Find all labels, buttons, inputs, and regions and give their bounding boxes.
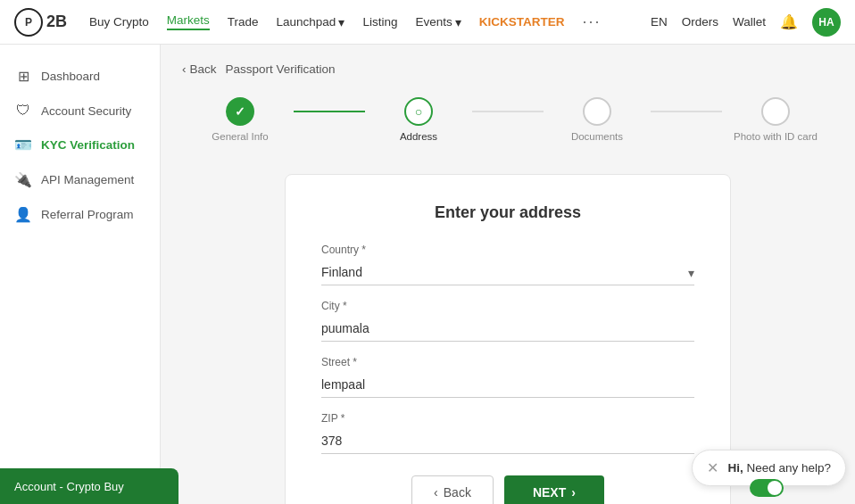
bell-icon[interactable]: 🔔 [780, 13, 798, 30]
step-circle-4 [761, 97, 790, 126]
nav-markets[interactable]: Markets [167, 13, 210, 30]
chevron-down-icon: ▾ [338, 15, 344, 29]
toggle-knob [768, 481, 782, 495]
nav-launchpad[interactable]: Launchpad ▾ [277, 15, 345, 29]
country-select[interactable]: Finland [321, 260, 694, 285]
zip-group: ZIP * [321, 412, 694, 454]
step-connector-1 [294, 111, 365, 112]
nav-wallet[interactable]: Wallet [733, 15, 766, 29]
sidebar-item-account-security[interactable]: 🛡 Account Security [0, 94, 160, 128]
step-label-2: Address [400, 131, 437, 142]
step-circle-2: ○ [404, 97, 433, 126]
step-circle-3 [583, 97, 611, 126]
step-documents: Documents [544, 97, 651, 142]
back-bar: ‹ Back Passport Verification [182, 62, 834, 76]
zip-input[interactable] [321, 428, 694, 454]
breadcrumb: Passport Verification [226, 62, 336, 76]
nav-orders[interactable]: Orders [682, 15, 718, 29]
city-label: City * [321, 300, 694, 312]
nav-right: EN Orders Wallet 🔔 HA [651, 8, 841, 37]
sidebar-item-dashboard[interactable]: ⊞ Dashboard [0, 59, 160, 94]
step-label-3: Documents [571, 131, 623, 142]
step-general-info: ✓ General Info [187, 97, 294, 142]
more-options[interactable]: ··· [582, 12, 601, 31]
nav-kickstarter[interactable]: KICKSTARTER [479, 15, 565, 29]
step-connector-2 [472, 111, 544, 112]
address-form-card: Enter your address Country * Finland ▾ C… [285, 174, 731, 504]
step-address: ○ Address [365, 97, 472, 142]
nav-events[interactable]: Events ▾ [415, 15, 461, 29]
city-group: City * [321, 300, 694, 342]
logo[interactable]: P 2B [14, 8, 68, 37]
chevron-down-icon: ▾ [455, 15, 461, 29]
country-select-wrapper: Finland ▾ [321, 260, 694, 285]
next-arrow-icon: › [571, 485, 576, 500]
step-photo: Photo with ID card [722, 97, 829, 142]
sidebar-item-kyc[interactable]: 🪪 KYC Verification [0, 128, 160, 162]
nav-buy-crypto[interactable]: Buy Crypto [89, 15, 149, 29]
step-label-1: General Info [212, 131, 268, 142]
referral-icon: 👤 [14, 206, 32, 223]
nav-links: Buy Crypto Markets Trade Launchpad ▾ Lis… [89, 12, 629, 31]
sidebar-item-referral[interactable]: 👤 Referral Program [0, 197, 160, 232]
country-label: Country * [321, 244, 694, 256]
street-input[interactable] [321, 372, 694, 398]
form-buttons: ‹ Back NEXT › [321, 475, 694, 504]
shield-icon: 🛡 [14, 103, 32, 119]
toggle-wrap [750, 479, 784, 497]
nav-trade[interactable]: Trade [228, 15, 259, 29]
nav-listing[interactable]: Listing [362, 15, 397, 29]
back-chevron-icon: ‹ [434, 485, 438, 500]
next-button[interactable]: NEXT › [504, 475, 604, 504]
step-label-4: Photo with ID card [734, 131, 818, 142]
back-button[interactable]: ‹ Back [182, 62, 217, 76]
form-title: Enter your address [321, 203, 694, 222]
back-arrow-icon: ‹ [182, 62, 187, 76]
api-icon: 🔌 [14, 171, 32, 188]
step-circle-1: ✓ [226, 97, 254, 126]
zip-label: ZIP * [321, 412, 694, 425]
sidebar: ⊞ Dashboard 🛡 Account Security 🪪 KYC Ver… [0, 45, 161, 504]
sidebar-item-api[interactable]: 🔌 API Management [0, 162, 160, 197]
chat-close-button[interactable]: ✕ [707, 459, 718, 476]
dashboard-icon: ⊞ [14, 68, 32, 85]
chat-message: Hi, Need any help? [727, 461, 831, 475]
kyc-icon: 🪪 [14, 136, 32, 153]
street-label: Street * [321, 356, 694, 368]
back-form-button[interactable]: ‹ Back [411, 475, 494, 504]
avatar[interactable]: HA [812, 8, 841, 37]
city-input[interactable] [321, 316, 694, 342]
bottom-bar-text: Account - Crypto Buy [14, 480, 124, 493]
stepper: ✓ General Info ○ Address Documents Photo… [182, 97, 834, 142]
country-group: Country * Finland ▾ [321, 244, 694, 285]
street-group: Street * [321, 356, 694, 398]
logo-icon: P [14, 8, 43, 37]
main-content: ‹ Back Passport Verification ✓ General I… [161, 45, 855, 504]
bottom-bar[interactable]: Account - Crypto Buy [0, 468, 178, 504]
step-connector-3 [651, 111, 722, 112]
toggle[interactable] [750, 479, 784, 497]
nav-lang[interactable]: EN [651, 15, 668, 29]
topnav: P 2B Buy Crypto Markets Trade Launchpad … [0, 0, 855, 45]
